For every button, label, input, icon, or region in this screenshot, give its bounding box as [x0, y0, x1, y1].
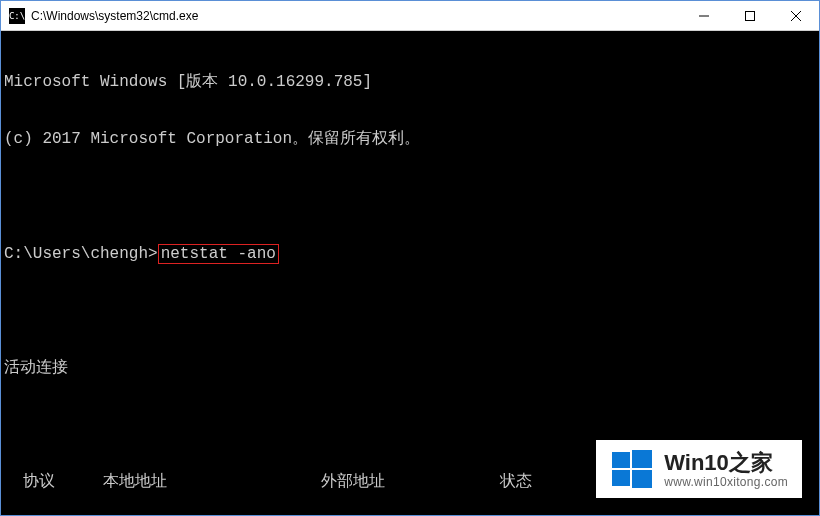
prompt-line: C:\Users\chengh>netstat -ano — [4, 244, 816, 264]
header-line-2: (c) 2017 Microsoft Corporation。保留所有权利。 — [4, 130, 816, 149]
minimize-button[interactable] — [681, 1, 727, 30]
prompt: C:\Users\chengh> — [4, 245, 158, 263]
window-title: C:\Windows\system32\cmd.exe — [31, 9, 681, 23]
svg-rect-1 — [746, 11, 755, 20]
cmd-window: C:\ C:\Windows\system32\cmd.exe Microsof… — [0, 0, 820, 516]
maximize-button[interactable] — [727, 1, 773, 30]
svg-rect-5 — [632, 450, 652, 468]
windows-logo-icon — [610, 448, 654, 492]
header-line-1: Microsoft Windows [版本 10.0.16299.785] — [4, 73, 816, 92]
section-title: 活动连接 — [4, 359, 816, 378]
titlebar[interactable]: C:\ C:\Windows\system32\cmd.exe — [1, 1, 819, 31]
watermark: Win10之家 www.win10xitong.com — [596, 440, 802, 498]
watermark-url: www.win10xitong.com — [664, 476, 788, 489]
window-controls — [681, 1, 819, 30]
watermark-title: Win10之家 — [664, 451, 788, 475]
svg-rect-6 — [612, 470, 630, 486]
svg-rect-4 — [612, 452, 630, 468]
command-highlight: netstat -ano — [158, 244, 279, 264]
cmd-icon: C:\ — [9, 8, 25, 24]
close-button[interactable] — [773, 1, 819, 30]
svg-rect-7 — [632, 470, 652, 488]
